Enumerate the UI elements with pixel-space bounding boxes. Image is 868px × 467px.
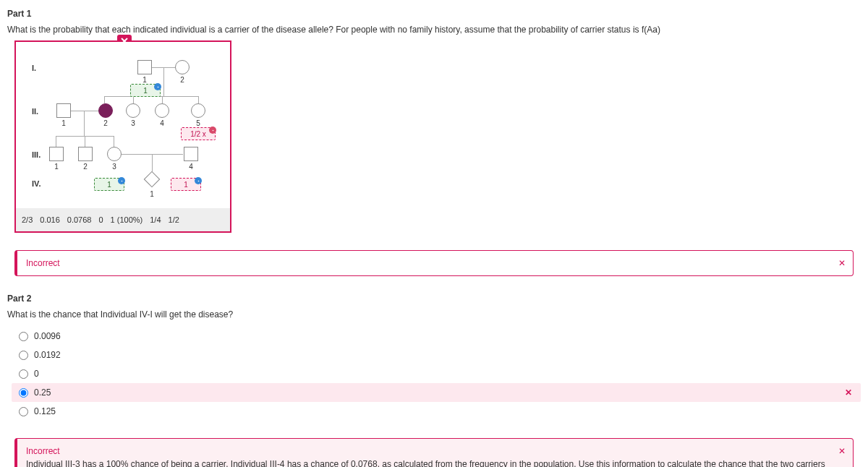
close-icon[interactable]: ✕ bbox=[838, 258, 846, 268]
chip[interactable]: 0.0768 bbox=[67, 215, 92, 224]
dropzone-I-1[interactable]: 1 bbox=[130, 84, 161, 97]
part1-prompt: What is the probability that each indica… bbox=[7, 25, 861, 35]
dropzone-IV-left-value: 1 bbox=[107, 181, 111, 189]
part2-feedback-body: Individual III-3 has a 100% chance of be… bbox=[26, 459, 825, 467]
label-II-1: 1 bbox=[56, 119, 71, 127]
option-3[interactable]: 0.25 ✕ bbox=[12, 383, 861, 402]
individual-I-2[interactable] bbox=[175, 60, 190, 74]
part2-title: Part 2 bbox=[7, 294, 861, 304]
option-wrong-icon: ✕ bbox=[845, 387, 852, 398]
gen-4-label: IV. bbox=[32, 179, 41, 188]
chip[interactable]: 1 (100%) bbox=[111, 215, 143, 224]
part1-title: Part 1 bbox=[7, 9, 861, 19]
option-0-label: 0.0096 bbox=[34, 331, 61, 341]
label-III-1: 1 bbox=[49, 163, 64, 171]
chip[interactable]: 1/2 bbox=[169, 215, 179, 224]
individual-III-3[interactable] bbox=[107, 147, 122, 161]
individual-II-4[interactable] bbox=[155, 103, 169, 118]
close-icon[interactable]: ✕ bbox=[838, 446, 846, 456]
option-1-radio[interactable] bbox=[19, 351, 28, 360]
label-III-3: 3 bbox=[107, 163, 122, 171]
chip-tray: 2/3 0.016 0.0768 0 1 (100%) 1/4 1/2 bbox=[16, 208, 230, 231]
label-II-2: 2 bbox=[98, 119, 113, 127]
part2-feedback: Incorrect Individual III-3 has a 100% ch… bbox=[14, 438, 854, 467]
part2-options: 0.0096 0.0192 0 0.25 ✕ 0.125 bbox=[12, 327, 861, 421]
individual-I-1[interactable] bbox=[137, 60, 152, 74]
individual-II-1[interactable] bbox=[56, 103, 71, 118]
gen-1-label: I. bbox=[32, 64, 36, 72]
label-II-5: 5 bbox=[191, 119, 205, 127]
part1-feedback-label: Incorrect bbox=[26, 258, 60, 268]
individual-III-1[interactable] bbox=[49, 147, 64, 161]
label-III-4: 4 bbox=[184, 163, 198, 171]
part2-feedback-label: Incorrect bbox=[26, 446, 844, 456]
dropzone-IV-right[interactable]: 1 bbox=[171, 178, 201, 191]
option-3-radio[interactable] bbox=[19, 388, 28, 398]
svg-point-2 bbox=[121, 180, 122, 181]
individual-III-4[interactable] bbox=[184, 147, 198, 161]
part1-feedback: Incorrect ✕ bbox=[14, 250, 854, 276]
option-4-radio[interactable] bbox=[19, 407, 28, 416]
label-II-3: 3 bbox=[126, 119, 140, 127]
option-1-label: 0.0192 bbox=[34, 350, 61, 360]
individual-IV-1[interactable] bbox=[144, 171, 161, 188]
dropzone-IV-left[interactable]: 1 bbox=[94, 178, 124, 191]
dropzone-IV-right-value: 1 bbox=[184, 181, 188, 189]
individual-II-3[interactable] bbox=[126, 103, 140, 118]
svg-point-3 bbox=[197, 180, 199, 181]
label-IV-1: 1 bbox=[145, 190, 159, 198]
dropzone-II-5-value: 1/2 x bbox=[190, 130, 206, 138]
option-4-label: 0.125 bbox=[34, 406, 56, 416]
option-1[interactable]: 0.0192 bbox=[12, 346, 861, 364]
part2-prompt: What is the chance that Individual IV-I … bbox=[7, 309, 861, 320]
option-2[interactable]: 0 bbox=[12, 364, 861, 383]
chip[interactable]: 1/4 bbox=[150, 215, 161, 224]
dropzone-I-1-tag bbox=[154, 83, 161, 90]
individual-II-5[interactable] bbox=[191, 103, 205, 118]
pedigree-area[interactable]: I. II. III. IV. 1 1 2 1 2 3 bbox=[16, 42, 230, 208]
option-0-radio[interactable] bbox=[19, 332, 28, 341]
label-II-4: 4 bbox=[155, 119, 169, 127]
label-I-2: 2 bbox=[175, 76, 190, 84]
chip[interactable]: 0 bbox=[98, 215, 103, 224]
individual-II-2-affected[interactable] bbox=[98, 103, 113, 118]
pedigree-diagram: I. II. III. IV. 1 1 2 1 2 3 bbox=[14, 40, 231, 233]
dropzone-I-1-value: 1 bbox=[143, 87, 148, 95]
dropzone-II-5-tag bbox=[209, 127, 216, 134]
label-I-1: 1 bbox=[137, 76, 152, 84]
individual-III-2[interactable] bbox=[78, 147, 93, 161]
dropzone-II-5[interactable]: 1/2 x bbox=[181, 127, 216, 140]
gen-3-label: III. bbox=[32, 150, 41, 159]
label-III-2: 2 bbox=[78, 163, 93, 171]
svg-point-1 bbox=[212, 129, 213, 131]
option-4[interactable]: 0.125 bbox=[12, 402, 861, 421]
svg-point-0 bbox=[157, 86, 158, 87]
option-2-radio[interactable] bbox=[19, 369, 28, 379]
gen-2-label: II. bbox=[32, 107, 38, 116]
chip[interactable]: 0.016 bbox=[40, 215, 60, 224]
dropzone-IV-right-tag bbox=[195, 177, 202, 184]
option-3-label: 0.25 bbox=[34, 387, 51, 398]
option-2-label: 0 bbox=[34, 369, 39, 379]
chip[interactable]: 2/3 bbox=[22, 215, 33, 224]
option-0[interactable]: 0.0096 bbox=[12, 327, 861, 346]
dropzone-IV-left-tag bbox=[118, 177, 125, 184]
